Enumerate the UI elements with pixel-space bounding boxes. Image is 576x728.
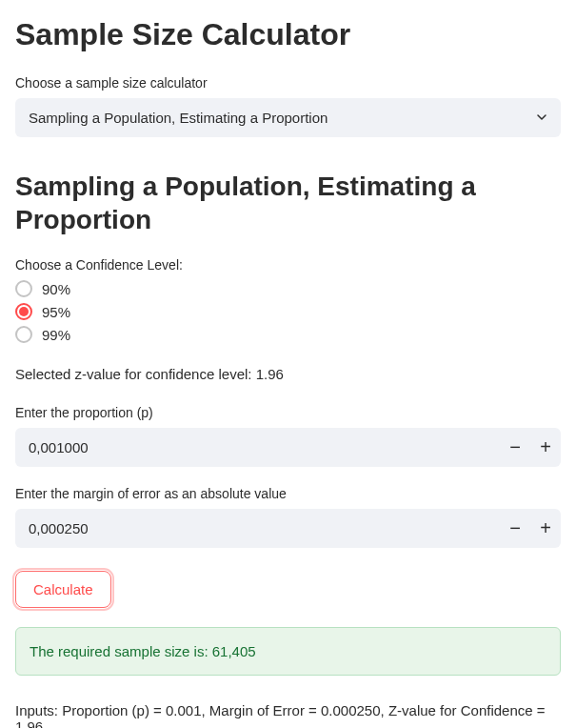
calculate-button[interactable]: Calculate	[15, 571, 111, 608]
confidence-label: Choose a Confidence Level:	[15, 257, 561, 273]
result-message: The required sample size is: 61,405	[15, 627, 561, 676]
radio-icon	[15, 303, 32, 320]
page-title: Sample Size Calculator	[15, 17, 561, 52]
zvalue-display: Selected z-value for confidence level: 1…	[15, 366, 561, 382]
radio-label: 99%	[42, 327, 70, 343]
inputs-summary: Inputs: Proportion (p) = 0.001, Margin o…	[15, 702, 561, 728]
calculator-select-value: Sampling a Population, Estimating a Prop…	[29, 110, 328, 126]
confidence-radio-99[interactable]: 99%	[15, 326, 561, 343]
proportion-label: Enter the proportion (p)	[15, 405, 561, 420]
calculator-select[interactable]: Sampling a Population, Estimating a Prop…	[15, 98, 561, 137]
confidence-radio-group: 90% 95% 99%	[15, 280, 561, 343]
radio-label: 90%	[42, 281, 70, 297]
proportion-decrement-button[interactable]: −	[500, 428, 530, 467]
radio-icon	[15, 326, 32, 343]
proportion-increment-button[interactable]: +	[530, 428, 561, 467]
radio-label: 95%	[42, 304, 70, 320]
margin-label: Enter the margin of error as an absolute…	[15, 486, 561, 501]
margin-increment-button[interactable]: +	[530, 509, 561, 548]
confidence-radio-95[interactable]: 95%	[15, 303, 561, 320]
calculator-select-label: Choose a sample size calculator	[15, 75, 561, 91]
confidence-radio-90[interactable]: 90%	[15, 280, 561, 297]
radio-icon	[15, 280, 32, 297]
margin-input[interactable]	[15, 509, 500, 548]
margin-decrement-button[interactable]: −	[500, 509, 530, 548]
proportion-input[interactable]	[15, 428, 500, 467]
section-heading: Sampling a Population, Estimating a Prop…	[15, 170, 561, 236]
